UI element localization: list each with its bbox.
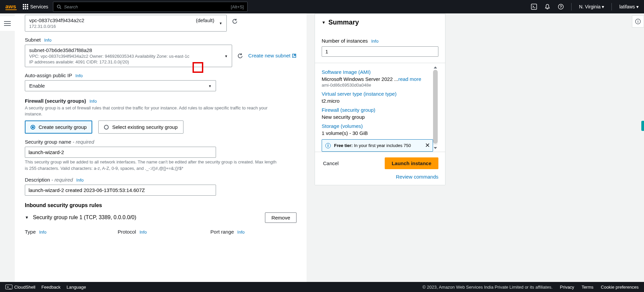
scroll-up-icon — [434, 66, 437, 68]
launch-instance-button[interactable]: Launch instance — [385, 157, 438, 169]
autoassign-select[interactable]: Enable ▼ — [25, 80, 216, 91]
notifications-icon[interactable] — [544, 4, 550, 10]
cloudshell-icon[interactable] — [531, 4, 537, 10]
firewall-label: Firewall (security groups) Info — [25, 98, 297, 104]
highlight-box — [193, 62, 203, 73]
radio-icon — [31, 125, 35, 130]
sg-name-help: This security group will be added to all… — [25, 159, 280, 171]
search-input[interactable]: Search [Alt+S] — [53, 2, 248, 12]
type-info-link[interactable]: Info — [39, 230, 47, 235]
search-shortcut-hint: [Alt+S] — [231, 4, 244, 9]
description-input[interactable] — [25, 185, 216, 196]
scrollbar-thumb[interactable] — [433, 70, 438, 144]
refresh-subnet-icon[interactable] — [237, 53, 244, 59]
protocol-label: Protocol Info — [118, 229, 147, 235]
refresh-vpc-icon[interactable] — [231, 18, 238, 25]
aws-logo[interactable]: aws — [5, 3, 17, 10]
footer: >_ CloudShell Feedback Language © 2023, … — [0, 282, 644, 292]
search-placeholder: Search — [64, 4, 78, 9]
autoassign-label: Auto-assign public IP Info — [25, 72, 297, 78]
help-icon[interactable]: ? — [558, 4, 564, 10]
review-commands-link[interactable]: Review commands — [322, 174, 438, 180]
protocol-info-link[interactable]: Info — [140, 230, 147, 235]
summary-title[interactable]: ▼ Summary — [315, 14, 445, 31]
chevron-down-icon: ▼ — [224, 54, 228, 58]
radio-icon — [104, 125, 109, 130]
subnet-meta1: VPC: vpc-0837c394f9434a2c2 Owner: 946926… — [29, 54, 228, 59]
language-link[interactable]: Language — [67, 285, 86, 290]
services-button[interactable]: Services — [23, 4, 48, 9]
ami-value: Microsoft Windows Server 2022 ...read mo… — [322, 76, 433, 82]
info-icon: i — [325, 143, 331, 148]
chevron-down-icon: ▼ — [208, 84, 212, 88]
firewall-link[interactable]: Firewall (security group) — [322, 107, 433, 113]
description-label: Description - required Info — [25, 177, 297, 183]
num-instances-label: Number of instances Info — [322, 38, 438, 44]
subnet-id: subnet-07b6de358d7f88a28 — [29, 47, 228, 53]
ami-id: ami-0d86c69530d0a048e — [322, 83, 433, 88]
remove-rule-button[interactable]: Remove — [265, 212, 297, 223]
network-settings-form: vpc-0837c394f9434a2c2 (default) 172.31.0… — [15, 13, 307, 282]
svg-text:i: i — [637, 19, 638, 23]
subnet-info-link[interactable]: Info — [44, 38, 52, 43]
storage-link[interactable]: Storage (volumes) — [322, 123, 433, 129]
close-icon[interactable]: ✕ — [425, 142, 430, 149]
portrange-info-link[interactable]: Info — [237, 230, 245, 235]
side-nav-toggle[interactable] — [0, 16, 15, 31]
copyright-text: © 2023, Amazon Web Services India Privat… — [423, 285, 553, 290]
firewall-value: New security group — [322, 114, 433, 120]
cancel-button[interactable]: Cancel — [322, 160, 339, 166]
create-subnet-link[interactable]: Create new subnet — [248, 53, 297, 58]
vpc-cidr: 172.31.0.0/16 — [29, 24, 222, 29]
svg-text:?: ? — [560, 5, 562, 9]
feedback-link[interactable]: Feedback — [41, 285, 60, 290]
cookie-prefs-link[interactable]: Cookie preferences — [601, 285, 639, 290]
summary-panel: ▼ Summary Number of instances Info Softw… — [315, 13, 445, 185]
portrange-label: Port range Info — [210, 229, 245, 235]
sg-name-input[interactable] — [25, 147, 216, 158]
num-instances-input[interactable] — [322, 46, 438, 57]
instance-type-link[interactable]: Virtual server type (instance type) — [322, 91, 433, 97]
vpc-select[interactable]: vpc-0837c394f9434a2c2 (default) 172.31.0… — [25, 15, 227, 32]
terms-link[interactable]: Terms — [582, 285, 593, 290]
radio-create-sg[interactable]: Create security group — [25, 120, 92, 134]
region-selector[interactable]: N. Virginia ▾ — [579, 4, 604, 9]
num-instances-info-link[interactable]: Info — [371, 39, 379, 44]
firewall-help: A security group is a set of firewall ru… — [25, 105, 276, 117]
scroll-down-icon — [434, 147, 437, 149]
instance-type-value: t2.micro — [322, 98, 433, 104]
ami-link[interactable]: Software Image (AMI) — [322, 69, 433, 75]
rule-title: Security group rule 1 (TCP, 3389, 0.0.0.… — [33, 214, 136, 221]
sg-name-label: Security group name - required — [25, 139, 297, 145]
inbound-rules-header: Inbound security groups rules — [25, 202, 297, 208]
free-tier-banner: i ✕ Free tier: In your first year includ… — [322, 139, 433, 152]
free-tier-text: Free tier: In your first year includes 7… — [334, 143, 411, 148]
summary-scrollbar[interactable] — [433, 66, 438, 149]
cloudshell-button[interactable]: >_ CloudShell — [5, 285, 35, 290]
type-label: Type Info — [25, 229, 46, 235]
cloudshell-icon: >_ — [5, 285, 12, 289]
vpc-default-tag: (default) — [196, 17, 214, 23]
storage-value: 1 volume(s) - 30 GiB — [322, 130, 433, 136]
privacy-link[interactable]: Privacy — [560, 285, 574, 290]
read-more-link[interactable]: read more — [398, 76, 421, 82]
firewall-info-link[interactable]: Info — [90, 99, 97, 104]
svg-line-1 — [60, 8, 61, 9]
top-nav: aws Services Search [Alt+S] ? N. Virgini… — [0, 0, 644, 13]
chevron-down-icon: ▼ — [219, 21, 222, 25]
autoassign-value: Enable — [29, 83, 45, 89]
vpc-id: vpc-0837c394f9434a2c2 — [29, 17, 84, 23]
chevron-down-icon[interactable]: ▼ — [25, 215, 29, 220]
user-menu[interactable]: latifaws ▾ — [619, 4, 639, 9]
search-icon — [57, 4, 61, 9]
chevron-down-icon: ▼ — [322, 20, 326, 25]
subnet-label: Subnet Info — [25, 37, 297, 43]
external-link-icon — [292, 53, 297, 58]
radio-select-sg[interactable]: Select existing security group — [98, 120, 183, 134]
svg-point-0 — [57, 5, 60, 8]
info-panel-toggle[interactable]: i — [632, 15, 644, 28]
autoassign-info-link[interactable]: Info — [75, 73, 83, 78]
feedback-tab[interactable] — [641, 121, 644, 131]
description-info-link[interactable]: Info — [76, 178, 84, 183]
grid-icon — [23, 4, 28, 9]
